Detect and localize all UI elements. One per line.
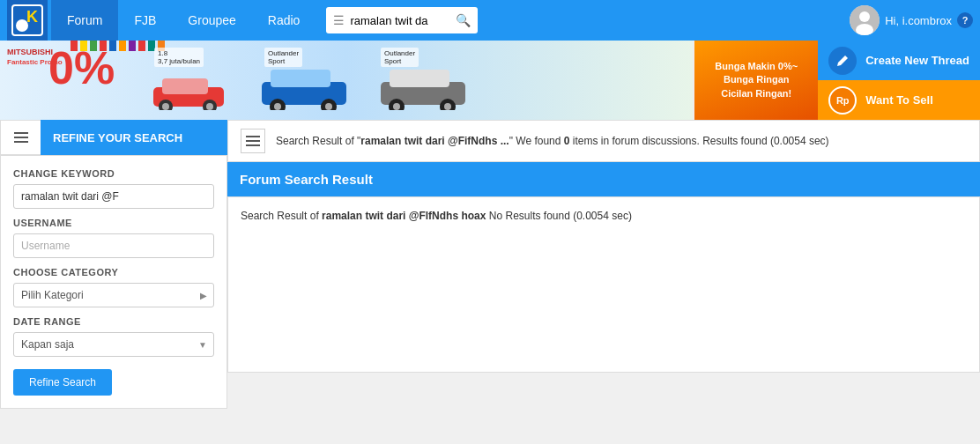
username-label: USERNAME [13, 218, 214, 228]
search-summary-bar: Search Result of "ramalan twit dari @Fif… [227, 120, 980, 162]
nav-tab-radio[interactable]: Radio [252, 0, 316, 41]
banner-car-silver [379, 64, 467, 113]
search-box: ☰ 🔍 [326, 7, 478, 33]
banner-car-blue [260, 64, 348, 113]
svg-point-1 [859, 11, 870, 22]
svg-rect-4 [162, 78, 208, 94]
list-icon[interactable]: ☰ [333, 13, 345, 27]
svg-point-14 [325, 103, 332, 110]
keyword-input[interactable] [13, 184, 214, 209]
daterange-select[interactable]: Kapan saja Hari ini Minggu ini Bulan ini [13, 332, 214, 357]
banner-area: MITSUBISHIFantastic Promo 0% [0, 41, 980, 120]
create-thread-button[interactable]: Create New Thread [818, 41, 980, 80]
action-buttons: Create New Thread Rp Want To Sell [818, 41, 980, 120]
search-input[interactable] [350, 14, 456, 27]
category-label: CHOOSE CATEGORY [13, 267, 214, 278]
result-body: Search Result of ramalan twit dari @FlfN… [227, 196, 980, 373]
list-toggle-btn[interactable] [0, 120, 41, 155]
refine-header: REFINE YOUR SEARCH [41, 120, 227, 155]
user-greeting: Hi, i.combrox [885, 14, 952, 27]
daterange-label: DATE RANGE [13, 316, 214, 327]
svg-point-12 [274, 103, 281, 110]
result-body-text: Search Result of ramalan twit dari @FlfN… [241, 210, 967, 222]
create-thread-label: Create New Thread [865, 54, 969, 67]
banner-zero-pct: 0% [48, 45, 115, 91]
svg-rect-10 [271, 70, 330, 87]
left-sidebar: REFINE YOUR SEARCH CHANGE KEYWORD USERNA… [0, 120, 227, 409]
list-icon-main[interactable] [241, 129, 265, 153]
username-input[interactable] [13, 233, 214, 258]
logo-inner: K [11, 4, 43, 36]
svg-point-8 [206, 103, 213, 110]
logo-box[interactable]: K [7, 0, 48, 41]
banner-info3: OutlanderSport [381, 48, 419, 67]
navbar: K Forum FJB Groupee Radio ☰ 🔍 Hi, i.comb… [0, 0, 980, 41]
svg-point-18 [393, 103, 400, 110]
refine-search-button[interactable]: Refine Search [13, 369, 112, 396]
pencil-icon [828, 47, 857, 75]
svg-point-20 [444, 103, 451, 110]
rp-icon: Rp [828, 86, 857, 115]
keyword-label: CHANGE KEYWORD [13, 168, 214, 179]
category-select-wrapper: Pilih Kategori ▶ [13, 283, 214, 307]
main-layout: REFINE YOUR SEARCH CHANGE KEYWORD USERNA… [0, 120, 980, 409]
logo-k: K [26, 8, 38, 26]
result-title: Forum Search Result [227, 162, 980, 196]
nav-right: Hi, i.combrox ? [850, 5, 973, 35]
banner-car-red [150, 71, 227, 113]
svg-point-6 [162, 103, 169, 110]
refine-panel: CHANGE KEYWORD USERNAME CHOOSE CATEGORY … [0, 155, 227, 409]
banner-image: MITSUBISHIFantastic Promo 0% [0, 41, 694, 120]
banner-info1: 1.83,7 juta/bulan [154, 48, 204, 67]
nav-tab-forum[interactable]: Forum [51, 0, 118, 41]
daterange-select-wrapper: Kapan saja Hari ini Minggu ini Bulan ini… [13, 332, 214, 357]
main-content: Search Result of "ramalan twit dari @Fif… [227, 120, 980, 409]
help-icon[interactable]: ? [957, 12, 973, 28]
want-to-sell-label: Want To Sell [865, 93, 933, 107]
banner-info2: OutlanderSport [264, 48, 302, 67]
svg-rect-16 [390, 70, 449, 87]
search-icon[interactable]: 🔍 [456, 13, 471, 27]
banner-right-promo: Bunga Makin 0%~Bunga RinganCicilan Ringa… [694, 41, 818, 120]
avatar [850, 5, 880, 35]
want-to-sell-button[interactable]: Rp Want To Sell [818, 80, 980, 120]
nav-tab-fjb[interactable]: FJB [118, 0, 172, 41]
refine-topbar: REFINE YOUR SEARCH [0, 120, 227, 155]
category-select[interactable]: Pilih Kategori [13, 283, 214, 307]
search-summary-text: Search Result of "ramalan twit dari @Fif… [276, 135, 829, 147]
nav-tab-groupee[interactable]: Groupee [172, 0, 251, 41]
